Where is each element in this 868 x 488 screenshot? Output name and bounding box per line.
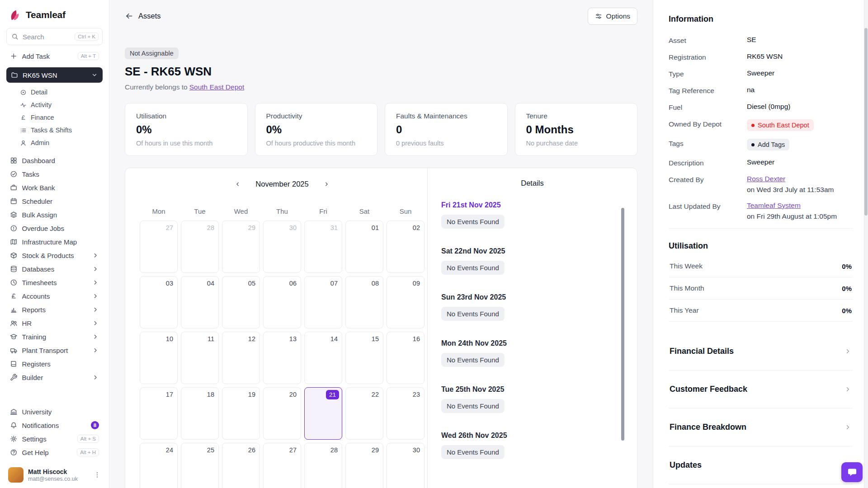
section-finance-breakdown[interactable]: Finance Breakdown — [669, 408, 853, 446]
sidebar-item-timesheets[interactable]: Timesheets — [6, 276, 103, 289]
sidebar-item-plant-transport[interactable]: Plant Transport — [6, 343, 103, 357]
main-content: Assets Options Not Assignable SE - RK65 … — [109, 0, 653, 488]
sidebar-item-bulk-assign[interactable]: Bulk Assign — [6, 208, 103, 221]
section-financial-details[interactable]: Financial Details — [669, 333, 853, 371]
finance-icon — [20, 114, 27, 121]
calendar-day-13[interactable]: 13 — [263, 332, 301, 384]
sidebar-subitem-label: Admin — [31, 139, 99, 146]
calendar-day-05[interactable]: 05 — [222, 276, 260, 328]
sidebar-item-overdue-jobs[interactable]: Overdue Jobs — [6, 221, 103, 235]
calendar-day-29[interactable]: 29 — [222, 221, 260, 273]
sidebar-item-hr[interactable]: HR — [6, 316, 103, 330]
calendar-day-27[interactable]: 27 — [263, 443, 301, 488]
calendar-day-01[interactable]: 01 — [345, 221, 383, 273]
sidebar-item-get-help[interactable]: Get HelpAlt + H — [6, 446, 103, 459]
sidebar-item-notifications[interactable]: Notifications8 — [6, 418, 103, 432]
calendar-day-12[interactable]: 12 — [222, 332, 260, 384]
sidebar-item-accounts[interactable]: Accounts — [6, 289, 103, 303]
section-updates[interactable]: Updates — [669, 446, 853, 484]
sidebar-subitem-admin[interactable]: Admin — [6, 136, 103, 149]
calendar-day-29[interactable]: 29 — [345, 443, 383, 488]
calendar-day-28[interactable]: 28 — [181, 221, 219, 273]
calendar-day-25[interactable]: 25 — [181, 443, 219, 488]
calendar-day-15[interactable]: 15 — [345, 332, 383, 384]
calendar-day-17[interactable]: 17 — [140, 387, 178, 440]
calendar-day-22[interactable]: 22 — [345, 387, 383, 440]
calendar-day-27[interactable]: 27 — [140, 221, 178, 273]
no-events-chip: No Events Found — [441, 353, 505, 367]
section-title: Financial Details — [670, 347, 734, 356]
breadcrumb[interactable]: Assets — [125, 12, 161, 20]
sidebar-item-builder[interactable]: Builder — [6, 371, 103, 384]
kebab-menu-icon[interactable] — [94, 471, 101, 479]
calendar-day-28[interactable]: 28 — [304, 443, 342, 488]
calendar-day-10[interactable]: 10 — [140, 332, 178, 384]
calendar-day-16[interactable]: 16 — [387, 332, 425, 384]
sidebar-item-infrastructure-map[interactable]: Infrastructure Map — [6, 235, 103, 249]
calendar-day-31[interactable]: 31 — [304, 221, 342, 273]
sidebar-item-settings[interactable]: SettingsAlt + S — [6, 432, 103, 446]
calendar-day-06[interactable]: 06 — [263, 276, 301, 328]
day-number: 14 — [330, 335, 338, 343]
calendar-day-07[interactable]: 07 — [304, 276, 342, 328]
calendar-day-18[interactable]: 18 — [181, 387, 219, 440]
sidebar-item-stock-products[interactable]: Stock & Products — [6, 249, 103, 262]
next-month-button[interactable] — [321, 179, 332, 189]
add-tags-button[interactable]: Add Tags — [747, 139, 789, 150]
day-number: 02 — [413, 224, 420, 231]
sidebar-item-tasks[interactable]: Tasks — [6, 167, 103, 181]
util-value: 0% — [842, 307, 852, 314]
calendar-day-11[interactable]: 11 — [181, 332, 219, 384]
details-scrollbar[interactable] — [621, 208, 624, 441]
calendar-day-23[interactable]: 23 — [387, 387, 425, 440]
sidebar-item-work-bank[interactable]: Work Bank — [6, 181, 103, 194]
calendar-day-08[interactable]: 08 — [345, 276, 383, 328]
page-scrollbar[interactable] — [864, 0, 868, 488]
section-title: Customer Feedback — [670, 385, 747, 394]
calendar-day-04[interactable]: 04 — [181, 276, 219, 328]
sidebar-item-databases[interactable]: Databases — [6, 262, 103, 276]
sidebar-subitem-detail[interactable]: Detail — [6, 86, 103, 99]
calendar-day-14[interactable]: 14 — [304, 332, 342, 384]
stat-label: Tenure — [526, 112, 627, 120]
sidebar-footer-nav: UniversityNotifications8SettingsAlt + SG… — [6, 405, 103, 459]
utilisation-row-this-week: This Week0% — [669, 255, 853, 277]
status-badge: Not Assignable — [125, 47, 179, 59]
calendar-day-02[interactable]: 02 — [387, 221, 425, 273]
sidebar-item-dashboard[interactable]: Dashboard — [6, 154, 103, 167]
page-scrollbar-thumb[interactable] — [864, 28, 868, 216]
calendar-day-09[interactable]: 09 — [387, 276, 425, 328]
search-input[interactable]: Search Ctrl + K — [6, 28, 103, 45]
options-button[interactable]: Options — [588, 8, 637, 25]
user-menu[interactable]: Matt Hiscock matt@senses.co.uk — [6, 462, 103, 483]
sliders-icon — [595, 13, 602, 20]
sidebar-item-reports[interactable]: Reports — [6, 303, 103, 316]
prev-month-button[interactable] — [232, 179, 243, 189]
sidebar-subitem-tasks-shifts[interactable]: Tasks & Shifts — [6, 124, 103, 136]
sidebar-item-rk65-wsn[interactable]: RK65 WSN — [6, 67, 103, 83]
dashboard-icon — [10, 157, 18, 164]
chevron-right-icon — [844, 347, 852, 355]
user-link[interactable]: Teamleaf System — [747, 202, 801, 209]
sidebar-subitem-finance[interactable]: Finance — [6, 111, 103, 124]
calendar-day-24[interactable]: 24 — [140, 443, 178, 488]
calendar-day-21[interactable]: 21 — [304, 387, 342, 440]
sidebar-item-scheduler[interactable]: Scheduler — [6, 194, 103, 208]
field-label: Description — [669, 158, 747, 167]
calendar-day-30[interactable]: 30 — [263, 221, 301, 273]
settings-icon — [10, 435, 18, 443]
calendar-day-03[interactable]: 03 — [140, 276, 178, 328]
calendar-day-19[interactable]: 19 — [222, 387, 260, 440]
user-link[interactable]: Ross Dexter — [747, 175, 785, 183]
sidebar-item-training[interactable]: Training — [6, 330, 103, 343]
section-customer-feedback[interactable]: Customer Feedback — [669, 371, 853, 408]
sidebar-item-registers[interactable]: Registers — [6, 357, 103, 371]
calendar-day-26[interactable]: 26 — [222, 443, 260, 488]
chat-button[interactable] — [841, 462, 863, 482]
sidebar-item-university[interactable]: University — [6, 405, 103, 418]
sidebar-subitem-activity[interactable]: Activity — [6, 99, 103, 111]
calendar-day-30[interactable]: 30 — [387, 443, 425, 488]
depot-link[interactable]: South East Depot — [189, 83, 245, 91]
calendar-day-20[interactable]: 20 — [263, 387, 301, 440]
add-task-button[interactable]: Add Task Alt + T — [6, 49, 103, 63]
